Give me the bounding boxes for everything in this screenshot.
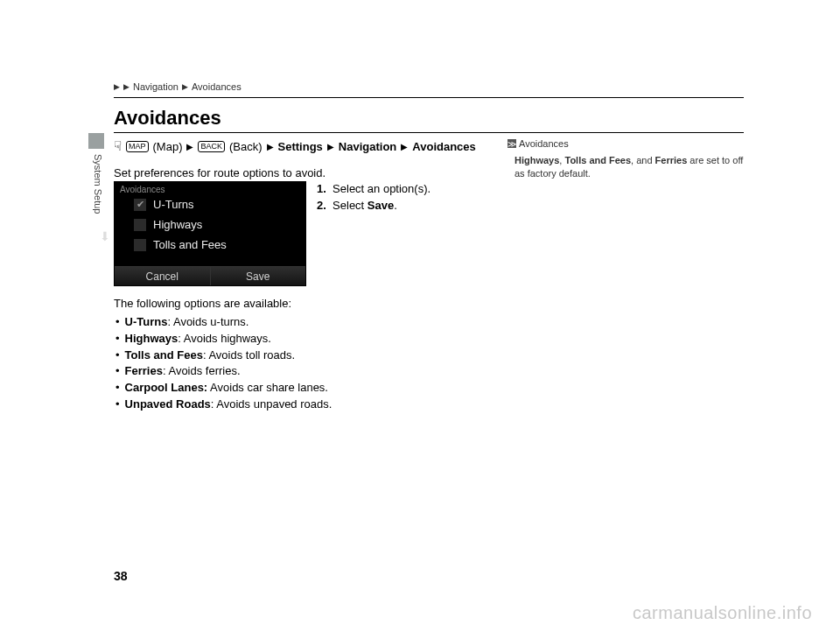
chevron-right-icon: ▶ (401, 142, 408, 151)
avoidance-option-row: ✔ U-Turns (134, 194, 302, 214)
breadcrumb: ▶ ▶ Navigation ▶ Avoidances (114, 81, 744, 98)
cancel-button: Cancel (115, 267, 211, 285)
nav-path-text: Navigation (339, 140, 396, 153)
nav-path-text: (Map) (153, 140, 183, 153)
watermark: carmanualsonline.info (633, 603, 812, 623)
step: 2. Select Save. (317, 198, 430, 214)
chevron-right-icon: ▶ (267, 142, 274, 151)
avoidance-option-row: Highways (134, 214, 302, 235)
option-label: Highways (153, 218, 202, 231)
side-note-heading: ≫ Avoidances (508, 138, 744, 149)
scroll-down-icon: ⬇ (100, 229, 110, 243)
chevron-right-icon: ▶ (327, 142, 334, 151)
step-text: Select an option(s). (332, 182, 430, 195)
step-text: Select (332, 199, 368, 212)
instruction-steps: 1. Select an option(s). 2. Select Save. (317, 181, 430, 214)
options-item: Ferries: Avoids ferries. (114, 363, 332, 380)
step-number: 1. (317, 182, 326, 195)
options-item: Unpaved Roads: Avoids unpaved roads. (114, 397, 332, 413)
step-text-bold: Save (368, 199, 394, 212)
nav-path-text: Settings (278, 140, 323, 153)
device-screenshot: Avoidances ⬇ ✔ U-Turns Highways Tolls an… (114, 181, 306, 286)
options-item: Tolls and Fees: Avoids toll roads. (114, 348, 332, 364)
checkbox-checked-icon: ✔ (134, 199, 146, 211)
options-item: Highways: Avoids highways. (114, 331, 332, 348)
checkbox-icon (134, 219, 146, 231)
chevron-right-icon: ▶ (114, 82, 120, 91)
options-item: U-Turns: Avoids u-turns. (114, 314, 332, 331)
section-tab-label: System Setup (93, 154, 103, 214)
chevron-right-icon: ▶ (182, 82, 188, 91)
save-button: Save (211, 267, 306, 285)
map-button-icon: MAP (126, 141, 149, 152)
nav-path-text: Avoidances (412, 140, 476, 153)
breadcrumb-item: Avoidances (192, 81, 242, 92)
step-text: . (394, 199, 397, 212)
step-number: 2. (317, 199, 326, 212)
step: 1. Select an option(s). (317, 181, 430, 198)
options-item: Carpool Lanes: Avoids car share lanes. (114, 380, 332, 397)
page-number: 38 (114, 569, 128, 583)
press-icon: ☟ (114, 138, 122, 154)
nav-path: ☟ MAP (Map) ▶ BACK (Back) ▶ Settings ▶ N… (114, 138, 476, 154)
options-lead: The following options are available: (114, 296, 332, 312)
options-description: The following options are available: U-T… (114, 296, 332, 413)
back-button-icon: BACK (198, 141, 225, 152)
screenshot-button-bar: Cancel Save (115, 266, 305, 285)
screenshot-title: Avoidances (115, 182, 305, 194)
breadcrumb-item: Navigation (133, 81, 178, 92)
nav-path-text: (Back) (229, 140, 262, 153)
chevron-right-icon: ▶ (186, 142, 193, 151)
section-tab-marker (88, 133, 104, 149)
side-note: ≫ Avoidances Highways, Tolls and Fees, a… (508, 138, 744, 181)
option-label: U-Turns (153, 198, 193, 211)
option-label: Tolls and Fees (153, 238, 227, 251)
info-flag-icon: ≫ (508, 139, 516, 148)
page-title: Avoidances (114, 107, 744, 133)
avoidance-option-row: Tolls and Fees (134, 235, 302, 255)
chevron-right-icon: ▶ (123, 82, 130, 91)
side-note-title: Avoidances (519, 138, 569, 149)
checkbox-icon (134, 239, 146, 251)
side-note-body: Highways, Tolls and Fees, and Ferries ar… (508, 154, 744, 181)
intro-text: Set preferences for route options to avo… (114, 166, 326, 179)
